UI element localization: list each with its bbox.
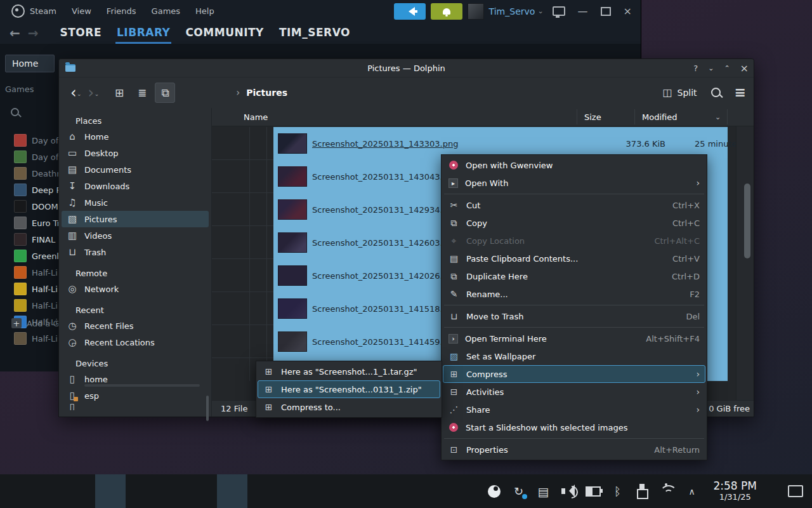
usb-icon[interactable]	[633, 474, 652, 508]
places-item-videos[interactable]: Videos	[62, 227, 209, 244]
task-firefox[interactable]	[126, 474, 156, 508]
minimize-button[interactable]: ⌄	[708, 64, 714, 72]
context-menu-item-copy-location[interactable]: Copy Location Ctrl+Alt+C ›	[443, 232, 705, 250]
task-steam-task[interactable]	[217, 474, 247, 508]
places-item-documents[interactable]: Documents	[62, 161, 209, 178]
context-menu-item-open-with-gwenview[interactable]: Open with Gwenview ›	[443, 156, 705, 174]
steam-tab-library[interactable]: LIBRARY	[117, 26, 170, 40]
back-arrow-icon[interactable]: ←	[10, 25, 20, 41]
context-menu-item-duplicate-here[interactable]: Duplicate Here Ctrl+D ›	[443, 267, 705, 285]
context-menu-item-compress[interactable]: Compress ›	[443, 365, 705, 383]
places-item-network[interactable]: Network	[62, 281, 209, 297]
details-view-button[interactable]: ⧉	[155, 83, 175, 103]
dolphin-titlebar[interactable]: Pictures — Dolphin ? ⌄ ⌃ ×	[59, 59, 754, 77]
scrollbar-track[interactable]	[736, 126, 754, 401]
tray-expander-icon[interactable]: ∧	[683, 474, 702, 508]
context-menu-item-copy[interactable]: Copy Ctrl+C ›	[443, 214, 705, 232]
steam-tray-icon[interactable]	[485, 474, 504, 508]
clipboard-icon[interactable]: ▤	[534, 474, 553, 508]
context-menu-item-rename[interactable]: Rename... F2 ›	[443, 285, 705, 303]
context-menu-item-cut[interactable]: Cut Ctrl+X ›	[443, 196, 705, 214]
task-dolphin-task[interactable]	[95, 474, 126, 508]
maximize-button[interactable]: ⌃	[724, 64, 730, 72]
context-menu-item-share[interactable]: Share ›	[443, 401, 705, 418]
add-a-game-button[interactable]: + Add a Ga	[0, 316, 64, 331]
username-menu[interactable]: Tim_Servo	[489, 6, 535, 17]
maximize-button[interactable]	[601, 7, 611, 16]
avatar[interactable]	[468, 3, 484, 20]
submenu-item-compress-to[interactable]: Compress to... ›	[258, 398, 440, 416]
task-settings[interactable]	[34, 474, 65, 508]
column-modified[interactable]: Modified	[642, 108, 677, 126]
places-item-remote[interactable]: Remote	[62, 265, 209, 281]
chevron-right-icon[interactable]: ›	[236, 87, 240, 98]
steam-tab-community[interactable]: COMMUNITY	[185, 26, 264, 40]
submenu-item-here-as-screenshot-1-1-tar-gz[interactable]: Here as "Screenshot...1_1.tar.gz" ›	[258, 363, 440, 380]
back-dropdown-icon[interactable]: ⌄	[77, 88, 82, 100]
volume-icon[interactable]	[559, 474, 578, 508]
bluetooth-icon[interactable]: ᛒ	[608, 474, 627, 508]
display-icon[interactable]	[553, 6, 565, 16]
steam-tab-store[interactable]: STORE	[60, 26, 102, 40]
breadcrumb-pictures[interactable]: Pictures	[246, 88, 287, 98]
search-icon[interactable]	[11, 108, 19, 116]
places-item-devices[interactable]: Devices	[62, 356, 209, 371]
task-launcher[interactable]	[4, 474, 34, 508]
tab-home[interactable]: Home	[5, 55, 55, 72]
scrollbar-thumb[interactable]	[744, 184, 750, 258]
announcements-button[interactable]	[394, 3, 426, 20]
steam-menu-item[interactable]: Friends	[107, 6, 136, 16]
close-button[interactable]: ×	[740, 62, 749, 74]
split-button[interactable]: ◫Split	[662, 86, 697, 98]
steam-menu-item[interactable]: Help	[195, 6, 214, 16]
chevron-down-icon[interactable]: ⌄	[537, 7, 543, 15]
places-item-trash[interactable]: Trash	[62, 244, 209, 260]
steam-menu-item[interactable]: Games	[152, 6, 180, 16]
sidebar-scrollbar[interactable]	[206, 396, 209, 421]
task-discover[interactable]	[65, 474, 95, 508]
context-menu-item-start-a-slideshow-with-selected-images[interactable]: Start a Slideshow with selected images ›	[443, 418, 705, 436]
battery-icon[interactable]	[584, 474, 603, 508]
help-button[interactable]: ?	[693, 64, 698, 73]
places-item-pictures[interactable]: Pictures	[62, 211, 209, 227]
steam-menu-item[interactable]: Steam	[30, 6, 56, 16]
back-button[interactable]: ‹⌄	[70, 86, 77, 99]
context-menu-item-move-to-trash[interactable]: Move to Trash Del ›	[443, 307, 705, 325]
places-item-music[interactable]: Music	[62, 194, 209, 211]
task-spectacle[interactable]	[156, 474, 187, 508]
forward-button[interactable]: ›⌄	[88, 86, 95, 99]
sort-caret-icon[interactable]: ⌄	[715, 108, 721, 126]
context-menu-item-open-terminal-here[interactable]: Open Terminal Here Alt+Shift+F4 ›	[443, 330, 705, 347]
places-item-recent-files[interactable]: Recent Files	[62, 318, 209, 334]
minimize-button[interactable]: —	[574, 5, 592, 17]
submenu-item-here-as-screenshot-0131-1-zip[interactable]: Here as "Screenshot...0131_1.zip" ›	[258, 380, 440, 398]
places-item-recent-locations[interactable]: Recent Locations	[62, 334, 209, 351]
compact-view-button[interactable]: ≣	[132, 83, 152, 103]
forward-arrow-icon[interactable]: →	[28, 25, 39, 41]
context-menu-item-open-with[interactable]: Open With ›	[443, 174, 705, 192]
places-item-places[interactable]: Places	[62, 113, 209, 128]
steam-menu-item[interactable]: View	[72, 6, 91, 16]
context-menu-item-paste-clipboard-contents[interactable]: Paste Clipboard Contents... Ctrl+V ›	[443, 250, 705, 267]
search-button[interactable]	[711, 88, 721, 97]
task-steamlink[interactable]	[187, 474, 217, 508]
places-item-esp[interactable]: esp	[62, 387, 209, 404]
context-menu-item-activities[interactable]: Activities ›	[443, 383, 705, 401]
close-button[interactable]: ×	[620, 5, 636, 17]
column-size[interactable]: Size	[584, 108, 601, 126]
places-item-downloads[interactable]: Downloads	[62, 178, 209, 194]
clock[interactable]: 2:58 PM 1/31/25	[714, 480, 757, 502]
forward-dropdown-icon[interactable]: ⌄	[95, 88, 100, 100]
places-item-desktop[interactable]: Desktop	[62, 145, 209, 161]
wifi-icon[interactable]	[658, 474, 677, 508]
hamburger-menu-button[interactable]: ≡	[735, 84, 746, 100]
places-item-home[interactable]: Home	[62, 128, 209, 145]
show-desktop-button[interactable]	[788, 485, 803, 497]
context-menu-item-set-as-wallpaper[interactable]: Set as Wallpaper ›	[443, 347, 705, 365]
column-name[interactable]: Name	[244, 108, 268, 126]
places-item[interactable]	[62, 404, 209, 410]
places-item-recent[interactable]: Recent	[62, 302, 209, 318]
steam-tab-tim-servo[interactable]: TIM_SERVO	[279, 26, 350, 40]
updates-icon[interactable]: ↻	[509, 474, 528, 508]
context-menu-item-properties[interactable]: Properties Alt+Return ›	[443, 441, 705, 458]
